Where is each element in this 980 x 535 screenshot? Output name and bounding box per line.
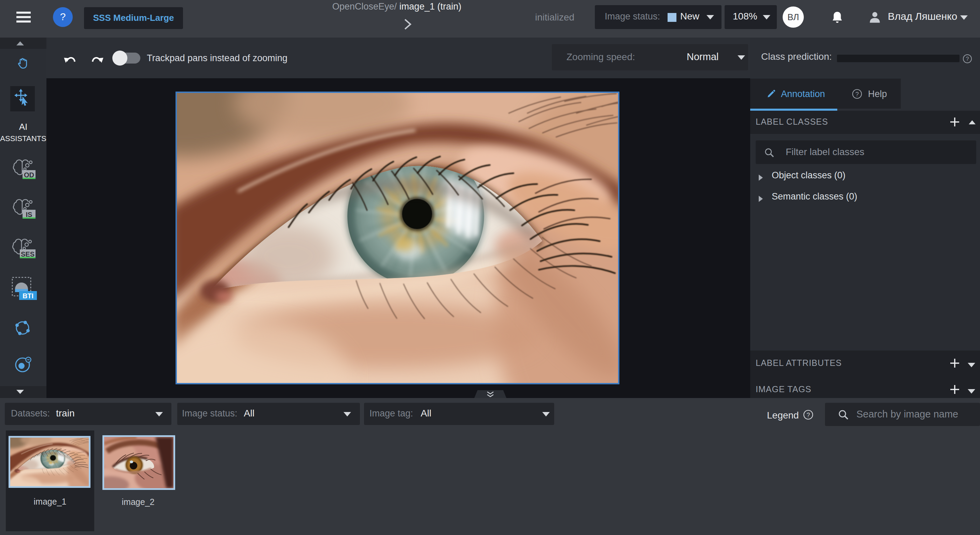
svg-text:BTI: BTI	[22, 292, 33, 299]
svg-text:?: ?	[807, 412, 810, 419]
svg-text:?: ?	[966, 56, 969, 62]
svg-text:IS: IS	[26, 211, 32, 218]
svg-text:SES: SES	[21, 250, 35, 258]
svg-text:OD: OD	[24, 171, 34, 179]
svg-text:?: ?	[855, 91, 859, 98]
